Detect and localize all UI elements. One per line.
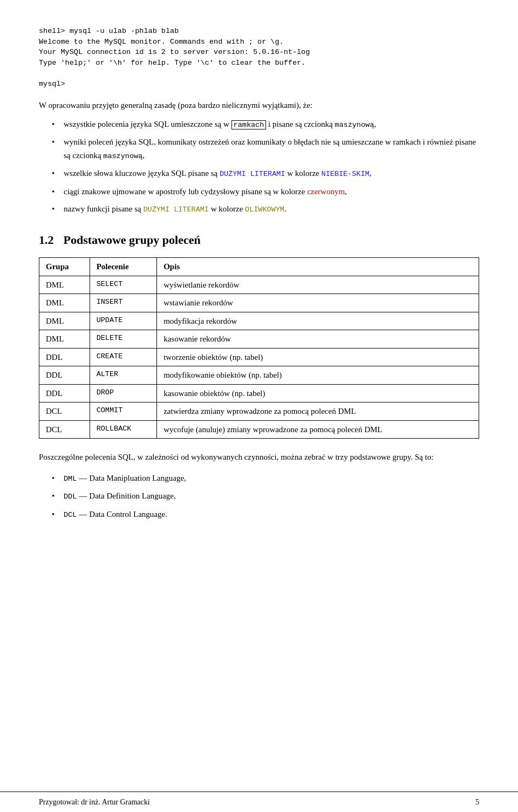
- table-cell-6-1: DROP: [90, 384, 157, 402]
- group-dml-desc: Data Manipluation Language,: [89, 474, 186, 482]
- table-cell-8-2: wycofuje (anuluje) zmiany wprowadzone za…: [157, 420, 479, 439]
- table-cell-2-0: DML: [39, 312, 90, 330]
- terminal-line-2: Welcome to the MySQL monitor. Commands e…: [39, 37, 479, 47]
- group-ddl-abbr: DDL: [64, 493, 77, 501]
- list-item-2-text: wyniki poleceń języka SQL, komunikaty os…: [64, 138, 476, 160]
- commands-table: Grupa Polecenie Opis DMLSELECTwyświetlan…: [39, 257, 479, 439]
- table-cell-0-0: DML: [39, 276, 90, 294]
- list-item-1-before: wszystkie polecenia języka SQL umieszczo…: [64, 120, 231, 128]
- table-row: DMLDELETEkasowanie rekordów: [39, 330, 479, 349]
- col-header-grupa: Grupa: [39, 258, 90, 276]
- table-row: DCLROLLBACKwycofuje (anuluje) zmiany wpr…: [39, 420, 479, 439]
- list-item-2: wyniki poleceń języka SQL, komunikaty os…: [52, 135, 479, 162]
- group-dcl-dash: —: [79, 510, 87, 518]
- list-item-5-text: nazwy funkcji pisane są DUŻYMI LITERAMI …: [64, 204, 287, 213]
- table-cell-0-1: SELECT: [90, 276, 157, 294]
- table-cell-3-2: kasowanie rekordów: [157, 330, 479, 349]
- table-cell-4-1: CREATE: [90, 348, 157, 366]
- table-cell-1-1: INSERT: [90, 294, 157, 312]
- page-content: shell> mysql -u ulab -phlab blab Welcome…: [0, 0, 518, 570]
- group-dml-abbr: DML: [64, 475, 77, 483]
- table-cell-7-1: COMMIT: [90, 402, 157, 421]
- group-dcl-abbr: DCL: [64, 511, 77, 519]
- terminal-line-1: shell> mysql -u ulab -phlab blab: [39, 26, 479, 37]
- table-cell-2-2: modyfikacja rekordów: [157, 312, 479, 330]
- section-heading: 1.2Podstawowe grupy poleceń: [39, 233, 479, 248]
- section-title: Podstawowe grupy poleceń: [64, 233, 201, 247]
- list-item-3: wszelkie słowa kluczowe języka SQL pisan…: [52, 167, 479, 180]
- groups-list: DML—Data Manipluation Language, DDL—Data…: [52, 472, 479, 521]
- table-cell-4-0: DDL: [39, 348, 90, 366]
- table-cell-2-1: UPDATE: [90, 312, 157, 330]
- terminal-line-3: Your MySQL connection id is 2 to server …: [39, 47, 479, 58]
- table-row: DCLCOMMITzatwierdza zmiany wprowadzone z…: [39, 402, 479, 421]
- table-cell-4-2: tworzenie obiektów (np. tabel): [157, 348, 479, 366]
- table-row: DMLINSERTwstawianie rekordów: [39, 294, 479, 312]
- list-item-1: wszystkie polecenia języka SQL umieszczo…: [52, 118, 479, 131]
- table-header-row: Grupa Polecenie Opis: [39, 258, 479, 276]
- group-dcl: DCL—Data Control Language.: [52, 508, 479, 521]
- footer-author: Przygotował: dr inż. Artur Gramacki: [39, 796, 150, 808]
- table-cell-5-2: modyfikowanie obiektów (np. tabel): [157, 366, 479, 385]
- list-item-4-text: ciągi znakowe ujmowane w apostrofy lub c…: [64, 187, 347, 196]
- group-dml: DML—Data Manipluation Language,: [52, 472, 479, 485]
- table-cell-0-2: wyświetlanie rekordów: [157, 276, 479, 294]
- list-item-3-text: wszelkie słowa kluczowe języka SQL pisan…: [64, 169, 371, 178]
- table-cell-3-1: DELETE: [90, 330, 157, 349]
- group-ddl-dash: —: [79, 492, 87, 500]
- terminal-block: shell> mysql -u ulab -phlab blab Welcome…: [39, 26, 479, 89]
- list-item-4: ciągi znakowe ujmowane w apostrofy lub c…: [52, 185, 479, 199]
- col-header-opis: Opis: [157, 258, 479, 276]
- group-dml-dash: —: [79, 474, 87, 482]
- table-cell-3-0: DML: [39, 330, 90, 349]
- section-number: 1.2: [39, 233, 54, 247]
- table-cell-8-0: DCL: [39, 420, 90, 439]
- table-cell-5-1: ALTER: [90, 366, 157, 385]
- terminal-line-6: mysql>: [39, 79, 479, 90]
- table-cell-6-0: DDL: [39, 384, 90, 402]
- terminal-line-4: Type 'help;' or '\h' for help. Type '\c'…: [39, 58, 479, 69]
- group-dcl-desc: Data Control Language.: [89, 510, 167, 518]
- col-header-polecenie: Polecenie: [90, 258, 157, 276]
- table-cell-5-0: DDL: [39, 366, 90, 385]
- table-row: DDLALTERmodyfikowanie obiektów (np. tabe…: [39, 366, 479, 385]
- summary-paragraph: Poszczególne polecenia SQL, w zależności…: [39, 451, 479, 464]
- footer-page-number: 5: [475, 796, 479, 808]
- terminal-line-5: [39, 68, 479, 79]
- group-ddl-desc: Data Definition Language,: [89, 492, 175, 500]
- table-row: DMLUPDATEmodyfikacja rekordów: [39, 312, 479, 330]
- table-cell-1-2: wstawianie rekordów: [157, 294, 479, 312]
- table-row: DDLCREATEtworzenie obiektów (np. tabel): [39, 348, 479, 366]
- table-cell-7-2: zatwierdza zmiany wprowadzone za pomocą …: [157, 402, 479, 421]
- page-footer: Przygotował: dr inż. Artur Gramacki 5: [0, 791, 518, 812]
- table-cell-1-0: DML: [39, 294, 90, 312]
- intro-paragraph: W opracowaniu przyjęto generalną zasadę …: [39, 99, 479, 112]
- rules-list: wszystkie polecenia języka SQL umieszczo…: [52, 118, 479, 216]
- table-cell-6-2: kasowanie obiektów (np. tabel): [157, 384, 479, 402]
- table-row: DDLDROPkasowanie obiektów (np. tabel): [39, 384, 479, 402]
- list-item-5: nazwy funkcji pisane są DUŻYMI LITERAMI …: [52, 202, 479, 216]
- list-item-1-after: i pisane są czcionką maszynową,: [266, 120, 376, 128]
- table-cell-7-0: DCL: [39, 402, 90, 421]
- group-ddl: DDL—Data Definition Language,: [52, 489, 479, 503]
- table-cell-8-1: ROLLBACK: [90, 420, 157, 439]
- table-row: DMLSELECTwyświetlanie rekordów: [39, 276, 479, 294]
- ramka-ramkach: ramkach: [231, 120, 267, 129]
